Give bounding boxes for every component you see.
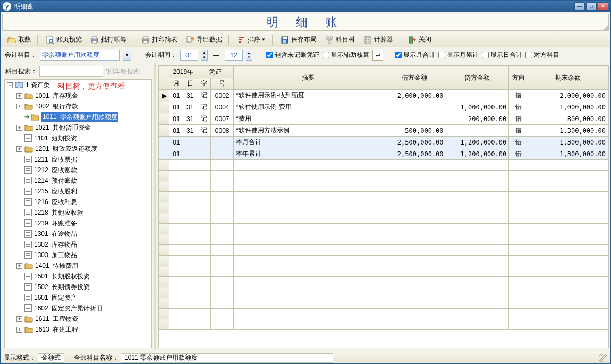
tree-item-1401[interactable]: +1401 待摊费用	[16, 260, 151, 271]
calculator-button[interactable]: 计算器	[360, 33, 397, 46]
period-from-input[interactable]	[180, 50, 198, 61]
tree-item-1215[interactable]: 1215 应收股利	[16, 186, 151, 197]
tree-item-label: 1219 坏账准备	[34, 218, 77, 228]
subject-tree-button[interactable]: 科目树	[321, 33, 359, 46]
folder-open-icon	[7, 36, 16, 44]
tree-item-1502[interactable]: 1502 长期债券投资	[16, 282, 151, 292]
tree-item-1301[interactable]: 1301 在途物品	[16, 228, 151, 239]
search-input[interactable]	[39, 66, 103, 77]
debit-header[interactable]: 借方金额	[383, 66, 446, 90]
expand-icon[interactable]: +	[16, 104, 22, 109]
tree-item-1602[interactable]: 1602 固定资产累计折旧	[16, 303, 151, 314]
tree-item-1201[interactable]: +1201 财政应返还额度	[16, 143, 151, 154]
table-row-empty	[159, 160, 608, 171]
tree-item-label: 1212 应收账款	[34, 165, 77, 175]
collapse-icon[interactable]: -	[7, 82, 13, 88]
tree-item-1218[interactable]: 1218 其他应收款	[16, 207, 151, 218]
close-toolbar-button[interactable]: 关闭	[404, 33, 435, 46]
dir-header[interactable]: 方向	[509, 66, 528, 90]
expand-icon[interactable]: +	[16, 125, 22, 131]
expand-icon[interactable]: +	[16, 316, 22, 322]
tree-item-1212[interactable]: 1212 应收账款	[16, 165, 151, 175]
month-header[interactable]: 月	[169, 78, 183, 90]
voucher-header[interactable]: 凭证	[197, 66, 234, 78]
table-row[interactable]: 01本月合计2,500,000.001,200,000.00借1,300,000…	[159, 137, 608, 148]
maximize-button[interactable]: □	[586, 2, 597, 11]
no-header[interactable]: 号	[211, 78, 234, 90]
opp-subject-checkbox[interactable]: 对方科目	[525, 50, 559, 60]
tree-item-1216[interactable]: 1216 应收利息	[16, 197, 151, 207]
show-aux-checkbox[interactable]: 显示辅助核算	[323, 50, 369, 60]
tree-item-1011[interactable]: ➔1011 零余额账户用款额度	[16, 112, 151, 122]
svg-rect-5	[92, 41, 97, 43]
batch-print-button[interactable]: 批打帐簿	[87, 33, 130, 46]
dropdown-arrow-icon: ▼	[261, 37, 266, 42]
minimize-button[interactable]: —	[574, 2, 585, 11]
tree-item-1002[interactable]: +1002 银行存款	[16, 101, 151, 112]
subject-tree[interactable]: 科目树，更方便查看 - 1 资产类 +1001 库存现金+1002 银行存款➔1…	[4, 79, 152, 348]
svg-rect-25	[409, 37, 413, 43]
show-month-checkbox[interactable]: 显示月合计	[395, 50, 435, 60]
type-header[interactable]: 字	[197, 78, 211, 90]
table-row[interactable]: 01本年累计2,500,000.001,200,000.00借1,300,000…	[159, 148, 608, 160]
table-row[interactable]: 0131记0008*软件使用方法示例500,000.00借1,300,000.0…	[159, 125, 608, 137]
tree-item-1001[interactable]: +1001 库存现金	[16, 90, 151, 101]
tree-item-1613[interactable]: +1613 在建工程	[16, 324, 151, 335]
expand-icon[interactable]: +	[16, 327, 22, 333]
credit-header[interactable]: 贷方金额	[446, 66, 509, 90]
format-value[interactable]: 金额式	[38, 353, 64, 363]
svg-rect-17	[330, 37, 333, 39]
folder-icon	[24, 92, 33, 99]
subject-dropdown-button[interactable]: ▾	[123, 50, 131, 61]
table-row-empty	[159, 256, 608, 266]
tree-item-1211[interactable]: 1211 应收票据	[16, 154, 151, 165]
table-row[interactable]: 0131记0007*费用200,000.00借800,000.00	[159, 113, 608, 125]
tree-item-1601[interactable]: 1601 固定资产	[16, 292, 151, 303]
tree-item-1302[interactable]: 1302 库存物品	[16, 239, 151, 250]
tree-item-label: 1303 加工物品	[34, 250, 77, 260]
expand-icon[interactable]: +	[16, 263, 22, 269]
day-header[interactable]: 日	[183, 78, 197, 90]
table-row[interactable]: 0131记0004*软件使用示例-费用1,000,000.00借1,000,00…	[159, 101, 608, 113]
table-row-empty	[159, 277, 608, 287]
title-bar: y 明细账 — □ ✕	[1, 1, 610, 12]
page-preview-button[interactable]: 账页预览	[42, 33, 86, 46]
table-row-empty	[159, 266, 608, 277]
show-day-checkbox[interactable]: 显示日合计	[482, 50, 522, 60]
expand-icon[interactable]: +	[16, 146, 22, 152]
expand-icon[interactable]: +	[16, 93, 22, 99]
resize-grip-icon[interactable]	[599, 354, 607, 362]
tree-item-1501[interactable]: 1501 长期股权投资	[16, 271, 151, 282]
tree-item-1611[interactable]: +1611 工程物资	[16, 314, 151, 324]
balance-header[interactable]: 期末余额	[528, 66, 608, 90]
table-row-empty	[159, 234, 608, 245]
year-header[interactable]: 2019年	[169, 66, 197, 78]
show-month-cum-checkbox[interactable]: 显示月累计	[438, 50, 479, 60]
summary-header[interactable]: 摘要	[234, 66, 383, 90]
subject-input[interactable]	[40, 50, 120, 61]
tree-item-1101[interactable]: 1101 短期投资	[16, 133, 151, 143]
page-icon	[24, 251, 32, 259]
fetch-button[interactable]: 取数	[4, 33, 35, 46]
period-to-spinner[interactable]: ▲▼	[246, 50, 252, 61]
svg-rect-8	[143, 41, 148, 43]
tree-item-1219[interactable]: 1219 坏账准备	[16, 218, 151, 228]
svg-rect-15	[283, 40, 286, 43]
table-row[interactable]: ▶0131记0002*软件使用示例-收到额度2,000,000.00借2,000…	[159, 90, 608, 101]
resize-corner-icon	[603, 25, 608, 30]
tree-item-1021[interactable]: +1021 其他货币资金	[16, 122, 151, 133]
print-simple-button[interactable]: 打印简表	[138, 33, 181, 46]
period-from-spinner[interactable]: ▲▼	[201, 50, 208, 61]
period-to-input[interactable]	[225, 50, 243, 61]
close-button[interactable]: ✕	[598, 2, 608, 11]
tree-item-1303[interactable]: 1303 加工物品	[16, 250, 151, 260]
ledger-grid[interactable]: 2019年 凭证 摘要 借方金额 贷方金额 方向 期末余额 月 日 字	[158, 65, 609, 348]
subject-label: 会计科目：	[5, 50, 37, 60]
save-layout-button[interactable]: 保存布局	[277, 33, 320, 46]
aux-settings-button[interactable]: ⮂	[372, 50, 383, 61]
tree-item-1214[interactable]: 1214 预付账款	[16, 175, 151, 186]
svg-point-24	[368, 41, 369, 42]
include-unposted-checkbox[interactable]: 包含未记账凭证	[266, 50, 319, 60]
sort-button[interactable]: 排序▼	[233, 33, 269, 46]
export-button[interactable]: 导出数据	[182, 33, 226, 46]
